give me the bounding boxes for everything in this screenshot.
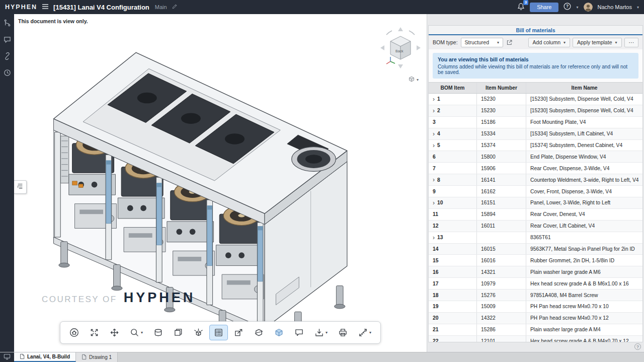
notifications-button[interactable]: 3 [517,3,525,12]
comments-button[interactable] [4,36,11,45]
main-menu-button[interactable] [42,4,49,11]
bom-button[interactable] [209,325,228,340]
section-button[interactable] [250,325,268,340]
fit-button[interactable] [85,325,104,340]
expand-chevron-icon[interactable]: › [433,131,435,137]
explode-button[interactable] [189,325,208,340]
chevron-down-icon[interactable]: ▾ [369,330,371,335]
bom-item-value: 8 [437,177,440,183]
item-name-cell: [15334] Subsystem, Lift Cabinet, V4 [526,128,642,139]
panel-help-icon[interactable]: ? [634,343,641,350]
expand-chevron-icon[interactable]: › [433,200,435,206]
table-row[interactable]: 2014322PH Pan head screw M4x0.70 x 12 [429,313,642,324]
turntable-button[interactable] [149,325,168,340]
view-cube[interactable]: Back [377,26,424,75]
chevron-down-icon: ▾ [564,40,566,45]
bottom-left-tool[interactable] [0,352,14,362]
home-button[interactable] [65,325,84,340]
table-row[interactable]: ›215230[15230] Subsystem, Dispense Well,… [429,105,642,117]
model-viewport[interactable]: This document is view only. [14,14,427,352]
animate-button[interactable] [229,325,248,340]
bom-item-value: 22 [433,338,438,342]
table-row[interactable]: 1516016Rubber Grommet, 2in DH, 1-5/8in I… [429,255,642,266]
item-number-cell: 14322 [477,313,526,324]
comment-button[interactable] [290,325,308,340]
table-row[interactable]: ›415334[15334] Subsystem, Lift Cabinet, … [429,128,642,140]
avatar[interactable] [584,3,593,12]
bom-item-value: 9 [433,189,436,194]
table-row[interactable]: 14160159563K77, Metal Snap-in Panel Plug… [429,244,642,255]
workspace-label[interactable]: Main [155,4,167,10]
table-row[interactable]: 2212101Hex head screw grade A & B M4x0.7… [429,336,642,342]
banner-body: Columns added while viewing this bill of… [438,64,633,75]
bom-type-select[interactable]: Structured ▾ [461,38,503,47]
history-button[interactable] [4,69,11,78]
section-icon [254,328,264,337]
view-toolbar: ▾▾▾ [60,321,381,344]
item-name-cell: PH Pan head screw M4x0.70 x 10 [526,301,642,312]
versions-button[interactable] [4,19,11,28]
table-row[interactable]: ›115230[15230] Subsystem, Dispense Well,… [429,94,642,105]
expand-chevron-icon[interactable]: › [433,177,435,183]
expand-chevron-icon[interactable]: › [433,235,435,241]
watermark-brand: HYPHEN [124,290,196,306]
print-button[interactable] [334,325,352,340]
column-header-item-name[interactable]: Item Name [526,83,642,93]
chevron-down-icon[interactable]: ▾ [141,330,143,335]
pan-button[interactable] [105,325,124,340]
home-icon [69,328,79,337]
expand-chevron-icon[interactable]: › [433,108,435,114]
share-button[interactable]: Share [530,3,558,12]
table-row[interactable]: ›138365T61 [429,232,642,244]
user-name: Nacho Martos [598,4,632,10]
expand-chevron-icon[interactable]: › [433,96,435,102]
bom-item-value: 10 [437,200,443,205]
table-row[interactable]: 1915009PH Pan head screw M4x0.70 x 10 [429,301,642,313]
add-column-button[interactable]: Add column ▾ [528,38,570,47]
table-row[interactable]: 715906Rear Cover, Dispense, 3-Wide, V4 [429,163,642,174]
column-header-bom-item[interactable]: BOM Item [429,83,477,93]
zoom-button[interactable]: ▾ [125,325,147,340]
table-row[interactable]: 315186Foot Mounting Plate, V4 [429,117,642,128]
table-row[interactable]: 916162Cover, Front, Dispense, 3-Wide, V4 [429,186,642,197]
display-button[interactable] [270,325,288,340]
help-button[interactable]: ? [564,3,571,12]
view-options-button[interactable]: ▾ [408,76,419,84]
link-button[interactable] [4,52,11,61]
table-row[interactable]: ›515374[15374] Subsystem, Denest Cabinet… [429,140,642,152]
model-tree-toggle[interactable] [14,180,27,194]
table-row[interactable]: 2115286Plain washer large grade A M4 [429,324,642,336]
chevron-down-icon[interactable]: ▾ [637,5,639,10]
chevron-down-icon[interactable]: ▾ [576,5,578,10]
column-header-item-number[interactable]: Item Number [477,83,526,93]
drawing-tab-icon [82,354,87,361]
tab-drawing[interactable]: Drawing 1 [76,352,118,362]
cad-model[interactable] [23,18,426,337]
chevron-down-icon[interactable]: ▾ [326,330,328,335]
table-header: BOM Item Item Number Item Name [429,83,642,94]
table-row[interactable]: 181527697851A408, M4 Barrel Screw [429,289,642,301]
measure-button[interactable]: ▾ [354,325,376,340]
table-row[interactable]: ›1016151Panel, Lower, 3-Wide, Right to L… [429,197,642,209]
export-button[interactable]: ▾ [310,325,332,340]
edit-pencil-icon[interactable] [172,3,178,12]
table-row[interactable]: 1216011Rear Cover, Lift Cabinet, V4 [429,221,642,232]
table-row[interactable]: 1614321Plain washer large grade A M6 [429,266,642,278]
chevron-down-icon: ▾ [615,40,617,45]
chevron-down-icon: ▾ [417,78,419,82]
named-views-icon [174,328,183,337]
expand-chevron-icon[interactable]: › [433,142,435,149]
table-row[interactable]: 1115894Rear Cover, Denest, V4 [429,209,642,221]
table-row[interactable]: ›816141Countertop Weldment, 3-wide, Righ… [429,174,642,186]
table-row[interactable]: 1710979Hex head screw grade A & B M6x1.0… [429,278,642,289]
bom-item-value: 14 [433,246,438,252]
bom-item-value: 15 [433,258,438,263]
open-in-new-icon[interactable] [506,39,513,46]
tab-assembly[interactable]: Lanai, V4, B-Build [14,352,76,362]
apply-template-button[interactable]: Apply template ▾ [573,38,621,47]
table-row[interactable]: 615800End Plate, Dispense Window, V4 [429,151,642,163]
overflow-menu-button[interactable]: ⋯ [624,38,639,47]
assembly-tab-icon [20,353,25,360]
pan-icon [110,328,119,337]
named-views-button[interactable] [169,325,188,340]
